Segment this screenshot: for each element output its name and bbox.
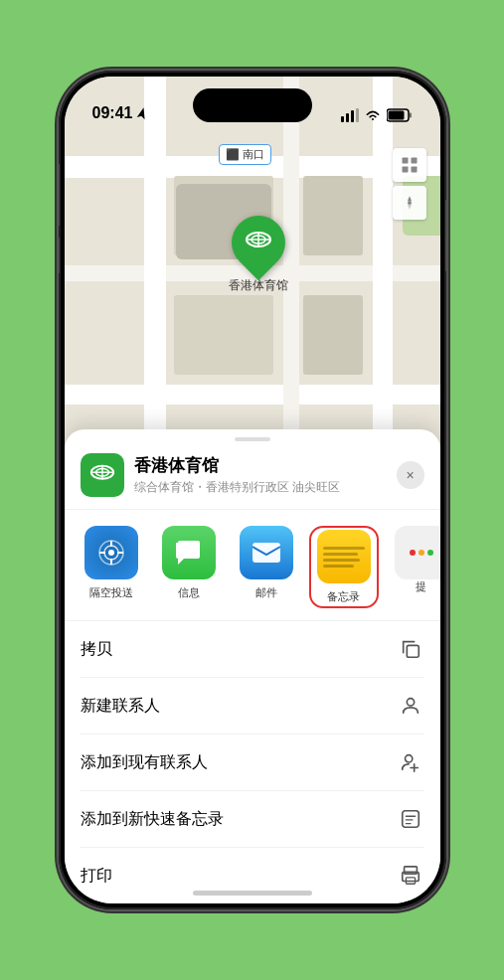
wifi-icon [365,108,381,122]
more-apps-item[interactable]: 提 [387,526,440,594]
map-type-button[interactable] [393,148,426,182]
mail-app-item[interactable]: 邮件 [232,526,301,600]
venue-name: 香港体育馆 [134,454,397,477]
svg-rect-10 [411,167,417,173]
svg-rect-7 [402,158,408,164]
venue-description: 综合体育馆・香港特别行政区 油尖旺区 [134,479,397,496]
svg-rect-5 [409,113,412,118]
notes-app-item[interactable]: 备忘录 [309,526,379,608]
new-contact-icon [397,692,424,720]
svg-point-30 [405,755,412,762]
add-contact-label: 添加到现有联系人 [81,752,208,773]
svg-rect-27 [252,543,280,563]
svg-rect-9 [402,167,408,173]
print-symbol [400,865,421,887]
signal-icon [341,108,359,122]
mail-label: 邮件 [255,585,277,600]
svg-rect-3 [356,108,359,122]
airdrop-symbol [96,538,126,568]
svg-rect-33 [402,811,419,828]
phone-screen: 09:41 [65,77,440,903]
notes-label: 备忘录 [327,589,360,604]
action-row-add-contact[interactable]: 添加到现有联系人 [81,735,424,791]
svg-point-29 [407,699,414,706]
action-row-quick-note[interactable]: 添加到新快速备忘录 [81,791,424,848]
copy-label: 拷贝 [81,639,112,660]
mail-envelope-icon [251,541,282,565]
venue-icon [81,453,124,497]
more-apps-icon [395,526,440,579]
svg-rect-0 [341,116,344,122]
action-row-copy[interactable]: 拷贝 [81,621,424,678]
phone-frame: 09:41 [59,71,446,909]
venue-info: 香港体育馆 综合体育馆・香港特别行政区 油尖旺区 [134,454,397,496]
map-type-icon [401,156,419,174]
memo-symbol [400,808,421,830]
battery-icon [387,108,413,122]
time-display: 09:41 [92,104,133,122]
map-controls[interactable] [393,148,426,224]
new-contact-label: 新建联系人 [81,696,160,717]
notes-icon [317,530,371,583]
power-button[interactable] [445,200,446,271]
copy-symbol [400,638,421,660]
map-label: ⬛南口 [219,144,271,165]
print-label: 打印 [81,866,112,887]
action-rows: 拷贝 新建联系人 [65,621,440,903]
person-symbol [400,695,421,717]
dots-row [410,550,433,556]
svg-rect-1 [346,113,349,122]
pin-marker [220,205,295,280]
quick-note-label: 添加到新快速备忘录 [81,809,224,830]
bottom-sheet: 香港体育馆 综合体育馆・香港特别行政区 油尖旺区 × [65,429,440,903]
venue-stadium-icon [88,461,116,489]
airdrop-icon [84,526,138,579]
copy-icon [397,635,424,663]
status-time: 09:41 [92,104,150,122]
volume-up-button[interactable] [59,190,60,226]
person-add-symbol [400,751,421,773]
more-apps-label: 提 [416,579,426,594]
venue-pin-icon [241,225,276,260]
svg-rect-8 [411,158,417,164]
svg-rect-6 [388,111,404,120]
volume-down-button[interactable] [59,238,60,273]
airdrop-label: 隔空投送 [89,585,133,600]
status-icons [341,108,413,122]
svg-point-22 [108,550,114,556]
quick-note-icon [397,805,424,833]
location-pin[interactable]: 香港体育馆 [229,216,288,294]
notes-lines-decoration [317,539,371,575]
add-contact-icon [397,748,424,776]
messages-bubble-icon [174,539,204,567]
messages-label: 信息 [178,585,200,600]
share-apps-row: 隔空投送 信息 [65,510,440,621]
print-icon [397,862,424,890]
messages-icon [162,526,216,579]
svg-rect-2 [351,110,354,122]
messages-app-item[interactable]: 信息 [154,526,224,600]
stadium-icon [244,228,273,257]
venue-header: 香港体育馆 综合体育馆・香港特别行政区 油尖旺区 × [65,441,440,510]
dynamic-island [193,88,312,122]
action-row-new-contact[interactable]: 新建联系人 [81,678,424,735]
close-button[interactable]: × [397,461,424,489]
mail-icon [240,526,293,579]
silent-switch[interactable] [59,164,60,192]
location-arrow-icon [135,106,149,120]
location-button[interactable] [393,186,426,220]
svg-rect-28 [407,645,419,657]
airdrop-app-item[interactable]: 隔空投送 [77,526,146,600]
home-indicator [193,891,312,896]
compass-icon [402,195,418,211]
svg-point-11 [408,201,412,205]
